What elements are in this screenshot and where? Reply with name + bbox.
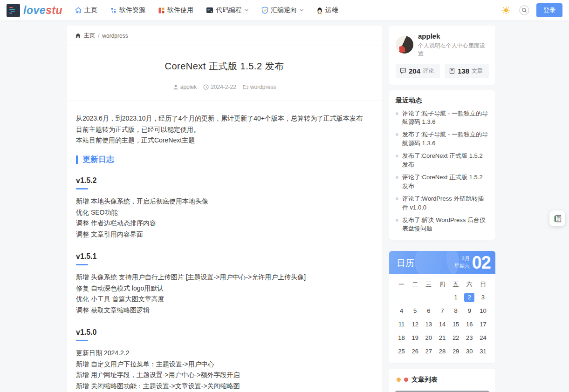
calendar-weekday-header: 五 (449, 280, 463, 289)
recent-activity-list: 评论了:粒子导航 - 一款独立的导航源码 1.3.6发布了:粒子导航 - 一款独… (396, 109, 489, 233)
site-logo[interactable]: lovestu (7, 4, 62, 17)
calendar-day[interactable]: 18 (395, 333, 408, 343)
activity-item[interactable]: 发布了:粒子导航 - 一款独立的导航源码 1.3.6 (396, 130, 489, 148)
avatar[interactable] (396, 36, 413, 54)
calendar-day[interactable]: 16 (463, 320, 476, 329)
calendar-day[interactable]: 26 (408, 347, 422, 356)
calendar-day-number: 02 (472, 252, 491, 273)
calendar-day[interactable]: 6 (422, 306, 435, 316)
calendar-title: 日历 (397, 257, 414, 270)
calendar-day[interactable]: 13 (422, 320, 435, 329)
recent-activity-widget: 最近动态 评论了:粒子导航 - 一款独立的导航源码 1.3.6发布了:粒子导航 … (389, 90, 495, 240)
article-paragraph: 从2023.6月，到2023.10月，经历了4个月的更新，累计更新了40+个版本… (76, 113, 373, 124)
calendar-day[interactable]: 3 (476, 293, 490, 302)
nav-item-code-editor[interactable]: 代码编程 (206, 6, 249, 14)
calendar-weekday-header: 六 (463, 280, 476, 289)
author-name[interactable]: applek (418, 32, 489, 41)
calendar-day[interactable]: 8 (449, 306, 463, 316)
article-body: 从2023.6月，到2023.10月，经历了4个月的更新，累计更新了40+个版本… (67, 101, 382, 392)
meta-author[interactable]: applek (173, 84, 197, 90)
calendar-widget: 日历 3月 星期六 02 一二三四五六日12345678910111213141… (389, 251, 495, 363)
recent-activity-title: 最近动态 (396, 96, 489, 105)
calendar-day[interactable]: 23 (463, 333, 476, 343)
nav-item-shield[interactable]: 汇编逆向 (261, 6, 304, 14)
apps-grid-icon (158, 7, 165, 14)
calendar-day-selected[interactable]: 2 (463, 293, 476, 302)
bullet-dot-icon (396, 155, 398, 157)
changelog-item: 调整 获取文章缩略图逻辑 (76, 305, 373, 316)
login-button[interactable]: 登录 (536, 3, 562, 17)
calendar-day[interactable]: 25 (395, 347, 408, 356)
calendar-day[interactable]: 1 (449, 293, 463, 302)
changelog-item: 优化 SEO功能 (76, 207, 373, 218)
user-icon (173, 84, 178, 90)
calendar-weekday-header: 四 (435, 280, 449, 289)
posts-stat[interactable]: 138 文章 (445, 64, 489, 78)
calendar-day[interactable]: 20 (422, 333, 435, 343)
changelog-item: 调整 作者边栏动态排序内容 (76, 218, 373, 229)
calendar-day[interactable]: 21 (435, 333, 449, 343)
nav-item-resources[interactable]: 软件资源 (110, 6, 145, 14)
activity-item[interactable]: 发布了:解决 WordPress 后台仪表盘慢问题 (396, 216, 489, 233)
calendar-day-empty (435, 293, 449, 302)
calendar-day[interactable]: 31 (476, 347, 490, 356)
changelog-heading: 更新日志 (76, 155, 373, 164)
article-paragraph: 本站目前使用的主题，正式CoreNext主题 (76, 135, 373, 146)
article-header: CoreNext 正式版 1.5.2 发布 applek 2024-2-22 (67, 46, 382, 101)
toc-float-button[interactable] (549, 210, 565, 226)
calendar-day[interactable]: 12 (408, 320, 422, 329)
article-paragraph: 目前主题转为正式版，已经可以稳定使用。 (76, 124, 373, 135)
calendar-day[interactable]: 28 (435, 347, 449, 356)
calendar-month: 3月 (454, 255, 470, 263)
calendar-day[interactable]: 24 (476, 333, 490, 343)
nav-item-penguin[interactable]: 运维 (316, 6, 338, 14)
calendar-day[interactable]: 11 (395, 320, 408, 329)
calendar-day[interactable]: 10 (476, 306, 490, 316)
calendar-day[interactable]: 27 (422, 347, 435, 356)
chevron-down-icon (299, 8, 304, 13)
bullet-dot-icon (396, 112, 398, 115)
theme-toggle-sun-icon[interactable] (500, 4, 512, 16)
calendar-day[interactable]: 29 (449, 347, 463, 356)
breadcrumb-separator: / (98, 33, 99, 39)
calendar-day[interactable]: 5 (408, 306, 422, 316)
calendar-weekday-header: 一 (395, 280, 408, 289)
author-stats: 204 评论 138 文章 (396, 64, 489, 78)
page: lovestu 主页软件资源软件使用代码编程汇编逆向运维 (0, 0, 569, 392)
header-actions: 登录 (500, 3, 562, 17)
calendar-day[interactable]: 22 (449, 333, 463, 343)
nav-item-apps-grid[interactable]: 软件使用 (158, 6, 193, 14)
calendar-day[interactable]: 9 (463, 306, 476, 316)
activity-item[interactable]: 评论了:WordPress 外链跳转插件 v1.0.0 (396, 195, 489, 212)
calendar-weekday-header: 三 (422, 280, 435, 289)
activity-item[interactable]: 发布了:CoreNext 正式版 1.5.2 发布 (396, 152, 489, 169)
article-meta: applek 2024-2-22 wordpress (76, 84, 373, 90)
calendar-day[interactable]: 7 (435, 306, 449, 316)
activity-item[interactable]: 评论了:CoreNext 正式版 1.5.2 发布 (396, 173, 489, 190)
main-nav: 主页软件资源软件使用代码编程汇编逆向运维 (75, 6, 338, 14)
changelog-item: 新增 头像系统 支持用户自行上传图片 [主题设置->用户中心->允许用户上传头像… (76, 272, 373, 283)
calendar-day[interactable]: 30 (463, 347, 476, 356)
logo-text: lovestu (23, 4, 62, 17)
meta-date: 2024-2-22 (203, 84, 236, 90)
orange-dot-icon (397, 378, 401, 382)
meta-category[interactable]: wordpress (243, 84, 276, 90)
toc-document-icon (553, 214, 562, 223)
bullet-dot-icon (396, 176, 398, 179)
calendar-weekday-header: 日 (476, 280, 490, 289)
clock-icon (203, 84, 209, 90)
calendar-day[interactable]: 19 (408, 333, 422, 343)
nav-item-home[interactable]: 主页 (75, 6, 97, 14)
changelog-item: 新增 关闭缩略图功能：主题设置->文章设置->关闭缩略图 (76, 381, 373, 392)
breadcrumb-home-link[interactable]: 主页 (84, 32, 95, 40)
calendar-day[interactable]: 15 (449, 320, 463, 329)
bullet-dot-icon (396, 133, 398, 136)
code-editor-icon (206, 7, 213, 14)
calendar-day[interactable]: 14 (435, 320, 449, 329)
calendar-day[interactable]: 4 (395, 306, 408, 316)
search-icon[interactable] (518, 4, 530, 16)
activity-item[interactable]: 评论了:粒子导航 - 一款独立的导航源码 1.3.6 (396, 109, 489, 127)
comments-stat[interactable]: 204 评论 (396, 64, 440, 78)
calendar-day[interactable]: 17 (476, 320, 490, 329)
changelog-item: 新增 用户网址字段，主题设置->用户中心->额外字段开启 (76, 370, 373, 381)
